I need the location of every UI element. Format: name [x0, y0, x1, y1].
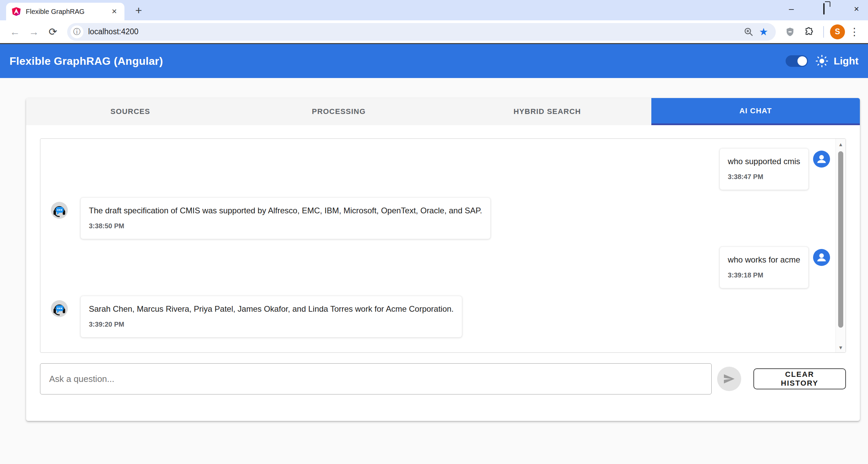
- theme-toggle-thumb: [797, 56, 807, 66]
- chat-input-row: CLEAR HISTORY: [40, 363, 846, 394]
- scrollbar-down-icon[interactable]: ▼: [836, 345, 846, 350]
- toolbar-divider: [823, 26, 824, 38]
- angular-favicon-icon: [12, 7, 21, 16]
- browser-tab[interactable]: Flexible GraphRAG ×: [6, 3, 124, 20]
- new-tab-button[interactable]: +: [132, 4, 145, 17]
- privacy-shield-icon[interactable]: [782, 24, 798, 40]
- theme-label: Light: [834, 55, 859, 67]
- chat-message-assistant: The draft specification of CMIS was supp…: [51, 197, 830, 239]
- bot-avatar-icon: [51, 202, 68, 219]
- window-controls: – ×: [785, 0, 863, 18]
- message-text: The draft specification of CMIS was supp…: [89, 206, 482, 215]
- chat-message-list[interactable]: who supported cmis 3:38:47 PM: [40, 138, 846, 353]
- user-avatar-icon: [813, 249, 830, 266]
- question-input[interactable]: [40, 363, 712, 394]
- send-icon: [723, 373, 735, 385]
- tab-bar: SOURCES PROCESSING HYBRID SEARCH AI CHAT: [26, 98, 860, 125]
- browser-tabstrip: Flexible GraphRAG × + – ×: [0, 0, 868, 20]
- minimize-icon[interactable]: –: [785, 4, 798, 14]
- send-button[interactable]: [717, 367, 741, 391]
- message-card: The draft specification of CMIS was supp…: [80, 197, 491, 239]
- address-bar[interactable]: ⓘ localhost:4200 ★: [67, 23, 776, 41]
- chat-scrollbar[interactable]: ▲ ▼: [835, 139, 846, 352]
- browser-chrome: Flexible GraphRAG × + – × ← → ⟳ ⓘ localh…: [0, 0, 868, 44]
- chat-panel: who supported cmis 3:38:47 PM: [26, 125, 860, 394]
- url-text[interactable]: localhost:4200: [88, 27, 741, 36]
- page-title: Flexible GraphRAG (Angular): [9, 55, 163, 67]
- message-text: Sarah Chen, Marcus Rivera, Priya Patel, …: [89, 304, 454, 314]
- message-timestamp: 3:39:18 PM: [728, 271, 800, 279]
- main-card: SOURCES PROCESSING HYBRID SEARCH AI CHAT…: [26, 98, 860, 421]
- message-card: who works for acme 3:39:18 PM: [719, 247, 809, 288]
- bot-avatar-icon: [51, 300, 68, 317]
- profile-avatar[interactable]: S: [830, 24, 845, 39]
- message-timestamp: 3:39:20 PM: [89, 321, 454, 328]
- sun-icon: [815, 55, 828, 67]
- chat-message-assistant: Sarah Chen, Marcus Rivera, Priya Patel, …: [51, 296, 830, 337]
- scrollbar-up-icon[interactable]: ▲: [836, 141, 846, 147]
- browser-toolbar: ← → ⟳ ⓘ localhost:4200 ★ S: [0, 20, 868, 43]
- back-icon[interactable]: ←: [7, 24, 23, 40]
- page-body: SOURCES PROCESSING HYBRID SEARCH AI CHAT…: [0, 78, 868, 421]
- restore-icon[interactable]: [817, 4, 831, 14]
- bookmark-star-icon[interactable]: ★: [756, 26, 771, 38]
- zoom-page-icon[interactable]: [741, 27, 756, 37]
- forward-icon[interactable]: →: [26, 24, 42, 40]
- clear-history-button[interactable]: CLEAR HISTORY: [753, 368, 846, 389]
- tab-hybrid-search[interactable]: HYBRID SEARCH: [443, 98, 652, 125]
- theme-toggle[interactable]: [786, 55, 808, 67]
- message-card: Sarah Chen, Marcus Rivera, Priya Patel, …: [80, 296, 462, 337]
- chat-message-user: who works for acme 3:39:18 PM: [51, 247, 830, 288]
- scrollbar-thumb[interactable]: [838, 151, 843, 328]
- browser-tab-title: Flexible GraphRAG: [26, 8, 105, 16]
- app-header: Flexible GraphRAG (Angular) Light: [0, 44, 868, 78]
- window-close-icon[interactable]: ×: [850, 4, 863, 14]
- site-info-icon[interactable]: ⓘ: [71, 25, 83, 38]
- tab-close-icon[interactable]: ×: [110, 7, 119, 16]
- message-timestamp: 3:38:47 PM: [728, 173, 800, 181]
- chat-message-user: who supported cmis 3:38:47 PM: [51, 148, 830, 190]
- user-avatar-icon: [813, 151, 830, 168]
- message-text: who supported cmis: [728, 157, 800, 166]
- message-timestamp: 3:38:50 PM: [89, 222, 482, 230]
- tab-sources[interactable]: SOURCES: [26, 98, 235, 125]
- browser-menu-icon[interactable]: ⋮: [848, 26, 861, 38]
- tab-ai-chat[interactable]: AI CHAT: [651, 98, 860, 125]
- extensions-puzzle-icon[interactable]: [801, 24, 817, 40]
- tab-processing[interactable]: PROCESSING: [235, 98, 443, 125]
- message-text: who works for acme: [728, 255, 800, 265]
- message-card: who supported cmis 3:38:47 PM: [719, 148, 809, 190]
- reload-icon[interactable]: ⟳: [45, 24, 61, 40]
